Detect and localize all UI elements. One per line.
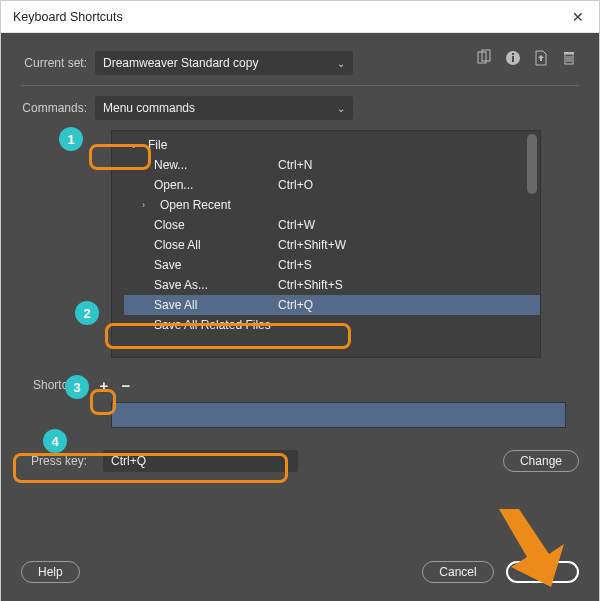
press-key-label: Press key: [21,454,95,468]
title-bar: Keyboard Shortcuts ✕ [1,1,599,33]
commands-label: Commands: [21,101,95,115]
tree-root-label: File [144,138,284,152]
close-icon[interactable]: ✕ [569,9,587,25]
tree-item[interactable]: CloseCtrl+W [124,215,540,235]
tree-item[interactable]: Close AllCtrl+Shift+W [124,235,540,255]
press-key-value: Ctrl+Q [111,454,146,468]
help-button[interactable]: Help [21,561,80,583]
current-set-label: Current set: [21,56,95,70]
tree-root-file[interactable]: ⌄ File [124,135,540,155]
chevron-down-icon: ⌄ [337,103,345,114]
commands-dropdown[interactable]: Menu commands ⌄ [95,96,353,120]
add-shortcut-button[interactable]: + [95,376,113,394]
chevron-down-icon: ⌄ [337,58,345,69]
export-set-icon[interactable] [531,48,551,68]
dialog-body: Current set: Dreamweaver Standard copy ⌄… [1,33,599,601]
tree-item[interactable]: Open...Ctrl+O [124,175,540,195]
chevron-right-icon: › [142,200,156,210]
callout-badge-3: 3 [65,375,89,399]
press-key-input[interactable]: Ctrl+Q [103,450,298,472]
svg-rect-6 [564,52,574,54]
callout-badge-4: 4 [43,429,67,453]
tree-item[interactable]: Save All Related Files [124,315,540,335]
info-icon[interactable] [503,48,523,68]
svg-rect-3 [512,56,514,62]
scrollbar-thumb[interactable] [527,134,537,194]
svg-rect-4 [512,53,514,55]
commands-tree[interactable]: ⌄ File New...Ctrl+N Open...Ctrl+O ›Open … [111,130,541,358]
set-toolbar [475,48,579,68]
current-set-dropdown[interactable]: Dreamweaver Standard copy ⌄ [95,51,353,75]
change-button[interactable]: Change [503,450,579,472]
tree-item[interactable]: ›Open Recent [124,195,540,215]
commands-value: Menu commands [103,101,195,115]
trash-icon[interactable] [559,48,579,68]
tree-item[interactable]: SaveCtrl+S [124,255,540,275]
tree-item[interactable]: Save As...Ctrl+Shift+S [124,275,540,295]
window-title: Keyboard Shortcuts [13,10,123,24]
callout-badge-1: 1 [59,127,83,151]
callout-badge-2: 2 [75,301,99,325]
callout-arrow [479,509,569,589]
svg-marker-10 [499,509,564,587]
duplicate-set-icon[interactable] [475,48,495,68]
remove-shortcut-button[interactable]: − [117,376,135,394]
shortcut-list[interactable] [111,402,566,428]
chevron-down-icon: ⌄ [130,140,144,150]
tree-item-selected[interactable]: Save AllCtrl+Q [124,295,540,315]
current-set-value: Dreamweaver Standard copy [103,56,258,70]
tree-item[interactable]: New...Ctrl+N [124,155,540,175]
